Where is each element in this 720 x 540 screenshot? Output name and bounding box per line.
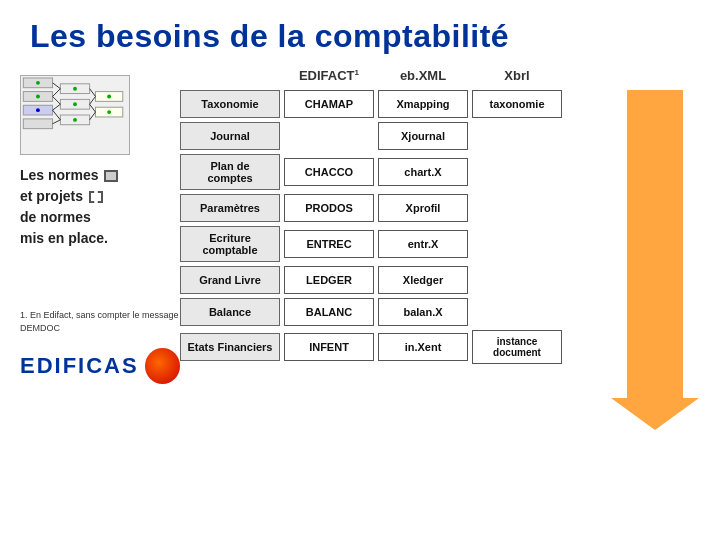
svg-line-11 [53,96,61,104]
row-label-ecriture: Ecriture comptable [180,226,280,262]
row-xbrl-ecriture [472,230,562,258]
table-row: Journal Xjournal [180,122,700,150]
logo-circle-icon [145,348,180,384]
row-xbrl-params [472,194,562,222]
table-row: Paramètres PRODOS Xprofil [180,194,700,222]
svg-line-14 [53,120,61,124]
row-ebxml-balance: balan.X [378,298,468,326]
svg-line-17 [90,104,96,112]
col-header-edifact: EDIFACT1 [284,65,374,86]
svg-line-13 [53,110,61,120]
svg-point-22 [73,87,77,91]
row-ebxml-plan: chart.X [378,158,468,186]
row-ebxml-grandlivre: Xledger [378,266,468,294]
table-area: EDIFACT1 eb.XML Xbrl Taxonomie CHAMAP Xm… [180,65,700,384]
svg-point-20 [36,95,40,99]
rows-area: Taxonomie CHAMAP Xmapping taxonomie Jour… [180,90,700,364]
row-edifact-plan: CHACCO [284,158,374,186]
row-xbrl-taxonomie: taxonomie [472,90,562,118]
footnote: 1. En Edifact, sans compter le message D… [20,309,180,334]
table-row: Balance BALANC balan.X [180,298,700,326]
svg-line-9 [53,83,61,89]
row-ebxml-params: Xprofil [378,194,468,222]
svg-line-16 [90,96,96,104]
svg-line-15 [90,89,96,97]
svg-rect-3 [23,119,52,129]
table-row: Grand Livre LEDGER Xledger [180,266,700,294]
col-header-empty [180,65,280,86]
normes-text: Les normes et projets de normes mis en p… [20,165,180,249]
svg-point-21 [36,108,40,112]
dashed-box-icon [89,191,103,203]
row-label-plan: Plan de comptes [180,154,280,190]
row-xbrl-journal [472,122,562,150]
svg-point-24 [73,118,77,122]
row-edifact-grandlivre: LEDGER [284,266,374,294]
table-row: Ecriture comptable ENTREC entr.X [180,226,700,262]
svg-point-23 [73,102,77,106]
row-label-journal: Journal [180,122,280,150]
diagram-image [20,75,130,155]
column-headers: EDIFACT1 eb.XML Xbrl [180,65,700,86]
svg-line-12 [53,104,61,110]
svg-line-18 [90,112,96,120]
col-header-ebxml: eb.XML [378,65,468,86]
solid-box-icon [104,170,118,182]
row-label-params: Paramètres [180,194,280,222]
row-label-etats: Etats Financiers [180,333,280,361]
row-edifact-etats: INFENT [284,333,374,361]
row-ebxml-journal: Xjournal [378,122,468,150]
table-row: Plan de comptes CHACCO chart.X [180,154,700,190]
edificas-logo: EDIFICAS [20,348,180,384]
col-header-xbrl: Xbrl [472,65,562,86]
row-label-taxonomie: Taxonomie [180,90,280,118]
svg-point-25 [107,95,111,99]
svg-point-19 [36,81,40,85]
page-title: Les besoins de la comptabilité [0,0,720,65]
row-edifact-journal [284,122,374,150]
row-ebxml-ecriture: entr.X [378,230,468,258]
row-ebxml-taxonomie: Xmapping [378,90,468,118]
svg-line-10 [53,89,61,97]
row-xbrl-etats: instance document [472,330,562,364]
row-edifact-ecriture: ENTREC [284,230,374,258]
row-xbrl-grandlivre [472,266,562,294]
row-edifact-taxonomie: CHAMAP [284,90,374,118]
row-edifact-params: PRODOS [284,194,374,222]
row-xbrl-plan [472,158,562,186]
row-label-grandlivre: Grand Livre [180,266,280,294]
row-ebxml-etats: in.Xent [378,333,468,361]
svg-point-26 [107,110,111,114]
table-row: Taxonomie CHAMAP Xmapping taxonomie [180,90,700,118]
left-panel: Les normes et projets de normes mis en p… [20,65,180,384]
row-edifact-balance: BALANC [284,298,374,326]
row-label-balance: Balance [180,298,280,326]
table-row: Etats Financiers INFENT in.Xent instance… [180,330,700,364]
row-xbrl-balance [472,298,562,326]
